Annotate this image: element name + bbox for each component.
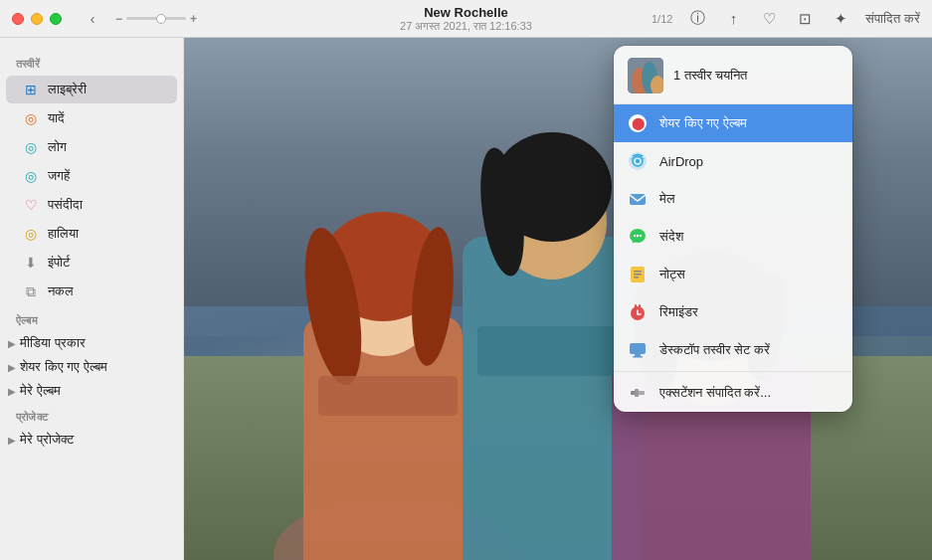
share-button[interactable]: ↑ (722, 8, 744, 30)
share-item-reminders[interactable]: रिमाइंडर (614, 293, 852, 331)
chevron-shared-icon: ▶ (8, 362, 16, 373)
page-counter: 1/12 (652, 13, 672, 25)
info-button[interactable]: ⓘ (686, 8, 708, 30)
share-item-notes-label: नोट्स (659, 267, 685, 282)
reminders-icon (628, 302, 648, 322)
main-area: तस्वीरें ⊞ लाइब्रेरी ◎ यादें ◎ लोग ◎ जगह… (0, 38, 932, 560)
crop-button[interactable]: ⊡ (794, 8, 816, 30)
sidebar-item-imports[interactable]: ⬇ इंपोर्ट (6, 249, 177, 277)
share-item-extension[interactable]: एक्सटेंशन संपादित करें... (614, 374, 852, 412)
favorites-icon: ♡ (22, 196, 40, 214)
svg-point-31 (634, 235, 636, 237)
airdrop-icon (628, 151, 648, 171)
svg-rect-40 (639, 304, 641, 308)
sidebar-label-people: लोग (48, 139, 67, 155)
fullscreen-button[interactable] (50, 13, 62, 25)
album-group-shared-label: शेयर किए गए ऐल्बम (20, 359, 107, 375)
share-item-messages-label: संदेश (659, 229, 683, 245)
magic-button[interactable]: ✦ (830, 8, 851, 30)
places-icon: ◎ (22, 167, 40, 185)
memories-icon: ◎ (22, 109, 40, 127)
share-count-text: 1 तस्वीर चयनित (673, 68, 747, 84)
minimize-button[interactable] (31, 13, 43, 25)
share-item-desktop[interactable]: डेस्कटॉप तस्वीर सेट करें (614, 331, 852, 369)
share-item-airdrop-label: AirDrop (659, 154, 703, 169)
window-subtitle: 27 अगस्त 2021, रात 12:16:33 (400, 20, 532, 33)
svg-rect-36 (634, 274, 642, 276)
sidebar-item-duplicates[interactable]: ⧉ नकल (6, 278, 177, 305)
project-group-my-label: मेरे प्रोजेक्ट (20, 432, 74, 448)
nav-controls: ‹ − + (82, 8, 197, 30)
chevron-my-icon: ▶ (8, 386, 16, 397)
share-item-extension-label: एक्सटेंशन संपादित करें... (659, 385, 771, 401)
chevron-media-icon: ▶ (8, 338, 16, 349)
messages-icon (628, 227, 648, 247)
sidebar-item-people[interactable]: ◎ लोग (6, 133, 177, 161)
chevron-project-icon: ▶ (8, 435, 16, 446)
svg-rect-19 (477, 326, 627, 376)
share-item-shared-album[interactable]: ⬤ शेयर किए गए ऐल्बम (614, 104, 852, 142)
library-icon: ⊞ (22, 81, 40, 98)
share-thumbnail (628, 58, 663, 93)
svg-text:⬤: ⬤ (632, 116, 645, 130)
close-button[interactable] (12, 13, 24, 25)
sidebar-item-library[interactable]: ⊞ लाइब्रेरी (6, 76, 177, 103)
album-group-my[interactable]: ▶ मेरे ऐल्बम (0, 379, 183, 403)
title-area: New Rochelle 27 अगस्त 2021, रात 12:16:33 (400, 5, 532, 33)
svg-rect-37 (634, 277, 639, 279)
sidebar-label-places: जगहें (48, 168, 70, 184)
desktop-icon (628, 340, 648, 360)
album-group-media[interactable]: ▶ मीडिया प्रकार (0, 331, 183, 355)
sidebar-item-places[interactable]: ◎ जगहें (6, 162, 177, 190)
svg-rect-46 (635, 389, 639, 397)
share-menu-divider (614, 371, 852, 372)
traffic-lights (12, 13, 62, 25)
share-item-messages[interactable]: संदेश (614, 218, 852, 256)
people-icon: ◎ (22, 138, 40, 156)
svg-point-32 (637, 235, 639, 237)
svg-rect-43 (633, 356, 643, 358)
window-title: New Rochelle (400, 5, 532, 20)
zoom-minus-icon: − (115, 12, 122, 26)
photo-area: 1 तस्वीर चयनित ⬤ शेयर किए गए ऐल्बम (184, 38, 932, 560)
project-group-my[interactable]: ▶ मेरे प्रोजेक्ट (0, 428, 183, 452)
back-button[interactable]: ‹ (82, 8, 103, 30)
sidebar-item-favorites[interactable]: ♡ पसंदीदा (6, 191, 177, 219)
sidebar-label-recents: हालिया (48, 226, 79, 242)
share-item-mail[interactable]: मेल (614, 180, 852, 218)
album-group-my-label: मेरे ऐल्बम (20, 383, 61, 399)
share-item-notes[interactable]: नोट्स (614, 256, 852, 293)
titlebar: ‹ − + New Rochelle 27 अगस्त 2021, रात 12… (0, 0, 932, 38)
sidebar-label-duplicates: नकल (48, 283, 74, 299)
toolbar-right: 1/12 ⓘ ↑ ♡ ⊡ ✦ संपादित करें (652, 8, 920, 30)
svg-rect-35 (634, 271, 642, 273)
zoom-track[interactable] (126, 17, 186, 20)
album-group-shared[interactable]: ▶ शेयर किए गए ऐल्बम (0, 355, 183, 379)
imports-icon: ⬇ (22, 254, 40, 272)
sidebar-item-memories[interactable]: ◎ यादें (6, 104, 177, 132)
share-item-reminders-label: रिमाइंडर (659, 304, 698, 320)
edit-button[interactable]: संपादित करें (865, 11, 920, 27)
sidebar-label-library: लाइब्रेरी (48, 82, 87, 97)
shared-album-icon: ⬤ (628, 113, 648, 133)
section-title-album: ऐल्बम (0, 306, 183, 331)
share-item-shared-album-label: शेयर किए गए ऐल्बम (659, 115, 747, 131)
extension-icon (628, 383, 648, 403)
svg-point-28 (636, 159, 640, 163)
share-popup: 1 तस्वीर चयनित ⬤ शेयर किए गए ऐल्बम (614, 46, 852, 412)
duplicates-icon: ⧉ (22, 282, 40, 300)
svg-rect-29 (630, 194, 646, 205)
share-item-airdrop[interactable]: AirDrop (614, 142, 852, 180)
sidebar-label-favorites: पसंदीदा (48, 197, 83, 213)
album-group-media-label: मीडिया प्रकार (20, 335, 86, 351)
favorite-button[interactable]: ♡ (758, 8, 780, 30)
svg-rect-39 (635, 304, 637, 308)
sidebar-label-memories: यादें (48, 110, 65, 126)
recents-icon: ◎ (22, 225, 40, 243)
sidebar-label-imports: इंपोर्ट (48, 255, 70, 271)
svg-rect-18 (318, 376, 458, 416)
mail-icon (628, 189, 648, 209)
sidebar-item-recents[interactable]: ◎ हालिया (6, 220, 177, 248)
notes-icon (628, 265, 648, 284)
zoom-slider[interactable]: − + (115, 12, 197, 26)
